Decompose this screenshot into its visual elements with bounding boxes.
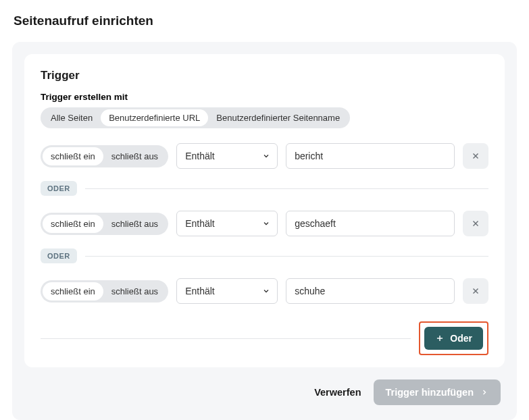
mode-custom-pagename[interactable]: Benutzerdefinierter Seitenname <box>208 109 348 126</box>
trigger-card: Trigger Trigger erstellen mit Alle Seite… <box>24 54 505 367</box>
include-exclude-toggle: schließt ein schließt aus <box>41 145 168 167</box>
rule-row: schließt ein schließt aus Enthält <box>41 211 488 236</box>
discard-button[interactable]: Verwerfen <box>314 387 361 398</box>
or-badge: ODER <box>41 248 77 263</box>
value-input[interactable] <box>286 278 455 304</box>
include-exclude-toggle: schließt ein schließt aus <box>41 280 168 303</box>
mode-all-pages[interactable]: Alle Seiten <box>43 109 101 126</box>
operator-select[interactable]: Enthält <box>176 143 278 169</box>
chevron-down-icon <box>262 287 270 295</box>
value-input[interactable] <box>286 211 455 236</box>
separator-line <box>85 188 488 189</box>
chevron-right-icon <box>480 388 488 396</box>
value-input[interactable] <box>286 143 455 169</box>
separator-line <box>41 338 411 339</box>
add-or-label: Oder <box>450 333 472 344</box>
config-panel: Trigger Trigger erstellen mit Alle Seite… <box>12 42 517 420</box>
separator-line <box>85 256 488 257</box>
card-title: Trigger <box>41 69 488 82</box>
exclude-option[interactable]: schließt aus <box>103 215 166 233</box>
page-title: Seitenaufruf einrichten <box>14 14 517 28</box>
rule-row: schließt ein schließt aus Enthält <box>41 278 488 304</box>
remove-rule-button[interactable] <box>463 143 488 169</box>
add-or-button[interactable]: Oder <box>424 327 483 350</box>
highlight-box: Oder <box>419 321 488 355</box>
or-separator: ODER <box>41 181 488 196</box>
operator-value: Enthält <box>185 286 215 296</box>
or-badge: ODER <box>41 181 77 196</box>
operator-value: Enthält <box>185 151 215 161</box>
include-option[interactable]: schließt ein <box>43 282 103 300</box>
operator-select[interactable]: Enthält <box>176 211 278 236</box>
or-separator: ODER <box>41 248 488 263</box>
close-icon <box>471 219 480 228</box>
mode-custom-url[interactable]: Benutzerdefinierte URL <box>101 109 208 126</box>
exclude-option[interactable]: schließt aus <box>103 147 166 165</box>
operator-value: Enthält <box>185 218 215 229</box>
include-exclude-toggle: schließt ein schließt aus <box>41 213 168 235</box>
submit-label: Trigger hinzufügen <box>386 387 474 398</box>
operator-select[interactable]: Enthält <box>176 278 278 304</box>
rule-row: schließt ein schließt aus Enthält <box>41 143 488 169</box>
chevron-down-icon <box>262 152 270 160</box>
close-icon <box>471 151 480 161</box>
include-option[interactable]: schließt ein <box>43 147 103 165</box>
plus-icon <box>435 334 445 343</box>
close-icon <box>471 286 480 296</box>
remove-rule-button[interactable] <box>463 211 488 236</box>
mode-segmented-control: Alle Seiten Benutzerdefinierte URL Benut… <box>41 107 350 128</box>
remove-rule-button[interactable] <box>463 278 488 304</box>
exclude-option[interactable]: schließt aus <box>103 282 166 300</box>
add-or-row: Oder <box>41 321 488 355</box>
chevron-down-icon <box>262 219 270 228</box>
create-with-label: Trigger erstellen mit <box>41 92 488 102</box>
include-option[interactable]: schließt ein <box>43 215 103 233</box>
footer: Verwerfen Trigger hinzufügen <box>24 367 505 408</box>
submit-button[interactable]: Trigger hinzufügen <box>374 379 501 405</box>
